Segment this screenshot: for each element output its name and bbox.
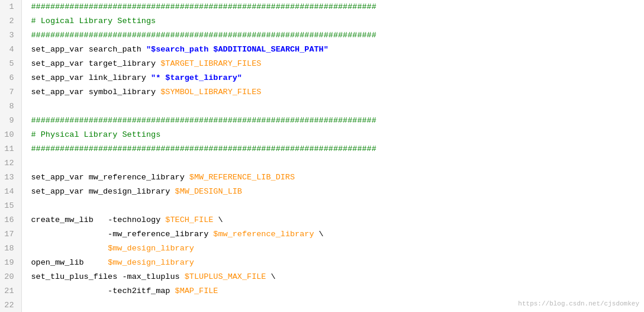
code-token: $MW_DESIGN_LIB — [175, 187, 242, 196]
line-content: ########################################… — [21, 114, 644, 128]
code-token: open_mw_lib — [31, 258, 84, 267]
code-token: # Logical Library Settings — [31, 17, 156, 25]
code-token: $mw_design_library — [108, 244, 194, 253]
table-row: 9#######################################… — [0, 114, 644, 128]
line-number: 16 — [0, 213, 21, 227]
line-number: 5 — [0, 57, 21, 71]
code-token: -technology — [94, 215, 166, 224]
code-token: "$search_path $ADDITIONAL_SEARCH_PATH" — [146, 45, 329, 54]
line-content: set_app_var target_library $TARGET_LIBRA… — [21, 57, 644, 71]
code-token: $SYMBOL_LIBRARY_FILES — [160, 88, 261, 97]
line-number: 6 — [0, 71, 21, 85]
code-token: ########################################… — [31, 31, 376, 40]
table-row: 3#######################################… — [0, 28, 644, 43]
table-row: 7set_app_var symbol_library $SYMBOL_LIBR… — [0, 85, 644, 99]
code-token: set_app_var target_library — [31, 59, 161, 68]
line-content — [21, 156, 644, 171]
line-number: 3 — [0, 28, 21, 43]
code-token: $TLUPLUS_MAX_FILE — [185, 272, 266, 281]
watermark: https://blog.csdn.net/cjsdomkey — [518, 300, 639, 307]
line-number: 13 — [0, 171, 21, 185]
code-editor: 1#######################################… — [0, 0, 644, 312]
line-content: -mw_reference_library $mw_reference_libr… — [21, 227, 644, 242]
line-number: 8 — [0, 99, 21, 114]
line-number: 21 — [0, 284, 21, 298]
table-row: 2# Logical Library Settings — [0, 14, 644, 28]
line-number: 20 — [0, 270, 21, 284]
code-token: set_app_var search_path — [31, 45, 146, 54]
line-number: 7 — [0, 85, 21, 99]
code-table: 1#######################################… — [0, 0, 644, 312]
line-content: open_mw_lib $mw_design_library — [21, 256, 644, 270]
code-token: \ — [266, 272, 275, 281]
code-token: ########################################… — [31, 116, 376, 125]
line-content — [21, 99, 644, 114]
code-token: $MAP_FILE — [175, 287, 218, 295]
code-token — [84, 258, 108, 267]
table-row: 13set_app_var mw_reference_library $MW_R… — [0, 171, 644, 185]
line-number: 11 — [0, 142, 21, 156]
table-row: 5set_app_var target_library $TARGET_LIBR… — [0, 57, 644, 71]
code-token: -max_tluplus — [117, 272, 184, 281]
code-token: ########################################… — [31, 144, 376, 153]
line-content: ########################################… — [21, 0, 644, 14]
code-token: "* $target_library" — [151, 73, 242, 82]
code-token: $mw_design_library — [108, 258, 194, 267]
line-number: 9 — [0, 114, 21, 128]
table-row: 15 — [0, 199, 644, 213]
line-content: -tech2itf_map $MAP_FILE — [21, 284, 644, 298]
code-token: $TARGET_LIBRARY_FILES — [160, 59, 261, 68]
line-content: set_app_var search_path "$search_path $A… — [21, 43, 644, 57]
table-row: 16create_mw_lib -technology $TECH_FILE \ — [0, 213, 644, 227]
line-number: 4 — [0, 43, 21, 57]
line-number: 15 — [0, 199, 21, 213]
table-row: 21 -tech2itf_map $MAP_FILE — [0, 284, 644, 298]
line-number: 2 — [0, 14, 21, 28]
code-token: \ — [314, 230, 324, 239]
table-row: 19open_mw_lib $mw_design_library — [0, 256, 644, 270]
table-row: 17 -mw_reference_library $mw_reference_l… — [0, 227, 644, 242]
code-token: set_tlu_plus_files — [31, 272, 118, 281]
line-number: 19 — [0, 256, 21, 270]
code-token: set_app_var mw_reference_library — [31, 173, 189, 182]
code-token: -tech2itf_map — [31, 287, 175, 295]
line-content: set_app_var mw_reference_library $MW_REF… — [21, 171, 644, 185]
table-row: 20set_tlu_plus_files -max_tluplus $TLUPL… — [0, 270, 644, 284]
table-row: 11######################################… — [0, 142, 644, 156]
code-token: create_mw_lib — [31, 215, 94, 224]
line-number: 12 — [0, 156, 21, 171]
line-number: 18 — [0, 242, 21, 256]
line-number: 17 — [0, 227, 21, 242]
table-row: 12 — [0, 156, 644, 171]
code-token: $TECH_FILE — [165, 215, 213, 224]
line-content: ########################################… — [21, 28, 644, 43]
line-number: 1 — [0, 0, 21, 14]
code-token: set_app_var symbol_library — [31, 88, 161, 97]
table-row: 14set_app_var mw_design_library $MW_DESI… — [0, 185, 644, 199]
line-content: $mw_design_library — [21, 242, 644, 256]
code-token — [31, 244, 108, 253]
table-row: 10# Physical Library Settings — [0, 128, 644, 142]
line-content: set_app_var symbol_library $SYMBOL_LIBRA… — [21, 85, 644, 99]
code-token: ########################################… — [31, 2, 376, 11]
line-content: set_tlu_plus_files -max_tluplus $TLUPLUS… — [21, 270, 644, 284]
code-token: $MW_REFERENCE_LIB_DIRS — [189, 173, 295, 182]
table-row: 1#######################################… — [0, 0, 644, 14]
table-row: 8 — [0, 99, 644, 114]
line-number: 22 — [0, 298, 21, 312]
code-token: -mw_reference_library — [31, 230, 214, 239]
table-row: 18 $mw_design_library — [0, 242, 644, 256]
code-token: $mw_reference_library — [213, 230, 314, 239]
line-number: 14 — [0, 185, 21, 199]
line-content: # Physical Library Settings — [21, 128, 644, 142]
code-token: \ — [213, 215, 223, 224]
code-token: set_app_var mw_design_library — [31, 187, 175, 196]
line-content: set_app_var link_library "* $target_libr… — [21, 71, 644, 85]
code-token: set_app_var link_library — [31, 73, 152, 82]
line-content: ########################################… — [21, 142, 644, 156]
line-content: set_app_var mw_design_library $MW_DESIGN… — [21, 185, 644, 199]
table-row: 4set_app_var search_path "$search_path $… — [0, 43, 644, 57]
line-number: 10 — [0, 128, 21, 142]
table-row: 6set_app_var link_library "* $target_lib… — [0, 71, 644, 85]
line-content: create_mw_lib -technology $TECH_FILE \ — [21, 213, 644, 227]
